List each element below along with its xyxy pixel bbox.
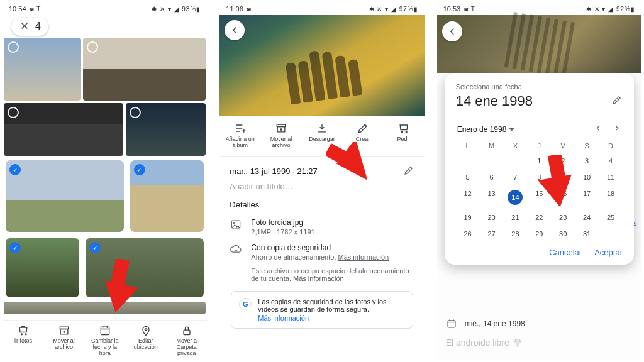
date-text: mar., 13 jul 1999 · 21:27 bbox=[230, 167, 317, 176]
accept-button[interactable]: Aceptar bbox=[594, 248, 623, 257]
calendar-day[interactable]: 30 bbox=[551, 226, 575, 241]
calendar-day[interactable]: 17 bbox=[575, 186, 599, 209]
calendar-day[interactable]: 20 bbox=[480, 210, 504, 225]
calendar-day[interactable]: 10 bbox=[575, 170, 599, 185]
calendar-day[interactable]: 3 bbox=[575, 153, 599, 168]
unchecked-icon bbox=[8, 107, 19, 118]
calendar-day[interactable]: 8 bbox=[527, 170, 551, 185]
weekday-header: X bbox=[503, 140, 527, 152]
calendar-day[interactable]: 29 bbox=[527, 226, 551, 241]
cancel-button[interactable]: Cancelar bbox=[549, 248, 582, 257]
action-download[interactable]: Descargar bbox=[304, 122, 340, 149]
svg-point-11 bbox=[234, 222, 235, 224]
meta-section: mar., 13 jul 1999 · 21:27 Añadir un títu… bbox=[219, 157, 424, 336]
calendar-day[interactable]: 1 bbox=[527, 153, 551, 168]
action-label: Añadir a un álbum bbox=[226, 136, 255, 149]
detail-backup: Con copia de seguridad Ahorro de almacen… bbox=[230, 239, 414, 286]
detail-file: Foto torcida.jpg 2,1MP · 1782 x 1191 bbox=[230, 214, 414, 239]
action-label: Cambiar la fecha y la hora bbox=[91, 338, 119, 357]
unchecked-icon bbox=[87, 41, 98, 53]
hero-photo[interactable] bbox=[219, 15, 424, 116]
action-create[interactable]: Crear bbox=[345, 122, 381, 149]
calendar-day[interactable]: 11 bbox=[599, 170, 623, 185]
svg-rect-4 bbox=[184, 330, 190, 335]
weekday-header: D bbox=[599, 140, 623, 152]
selection-pill: 4 bbox=[11, 18, 48, 36]
checked-icon: ✓ bbox=[89, 242, 101, 253]
calendar-day[interactable]: 15 bbox=[527, 186, 551, 209]
action-order[interactable]: Pedir bbox=[386, 122, 422, 149]
calendar-day[interactable]: 6 bbox=[480, 170, 504, 185]
month-label: Enero de 1998 bbox=[457, 125, 507, 134]
calendar-day[interactable]: 21 bbox=[503, 210, 527, 225]
photo-thumb[interactable]: ✓ bbox=[128, 158, 206, 234]
action-archive[interactable]: Mover al archivo bbox=[47, 324, 82, 357]
action-edit-location[interactable]: Editar ubicación bbox=[128, 324, 164, 357]
photo-thumb[interactable] bbox=[4, 302, 206, 314]
calendar-day[interactable]: 28 bbox=[503, 226, 527, 241]
calendar-day[interactable]: 26 bbox=[456, 226, 480, 241]
calendar-day[interactable]: 25 bbox=[599, 210, 623, 225]
calendar-day[interactable]: 18 bbox=[599, 186, 623, 209]
calendar-day[interactable]: 13 bbox=[480, 186, 504, 209]
dialog-label: Selecciona una fecha bbox=[456, 83, 623, 90]
next-month-button[interactable] bbox=[613, 124, 621, 134]
photo-thumb[interactable] bbox=[4, 103, 123, 156]
calendar-day[interactable]: 24 bbox=[575, 210, 599, 225]
month-selector[interactable]: Enero de 1998 bbox=[457, 125, 515, 134]
svg-rect-18 bbox=[516, 343, 519, 346]
svg-marker-16 bbox=[509, 128, 514, 131]
calendar-day[interactable]: 9 bbox=[551, 170, 575, 185]
photo-thumb[interactable] bbox=[83, 38, 206, 101]
photo-thumb[interactable]: ✓ bbox=[4, 158, 126, 234]
close-icon[interactable] bbox=[19, 20, 30, 33]
edit-date-icon[interactable] bbox=[611, 93, 623, 109]
info-link[interactable]: Más información bbox=[258, 314, 404, 322]
status-right-icons: ✱ ✕ ▾ ◢ 97%▮ bbox=[369, 6, 418, 13]
photo-actions: Añadir a un álbum Mover al archivo Desca… bbox=[219, 116, 424, 157]
action-private-folder[interactable]: Mover a Carpeta privada bbox=[169, 324, 204, 357]
below-date-text: mié., 14 ene 1998 bbox=[465, 319, 525, 328]
photo-thumb[interactable] bbox=[4, 38, 80, 101]
prev-month-button[interactable] bbox=[594, 124, 602, 134]
more-info-link[interactable]: Más información bbox=[338, 253, 389, 261]
checked-icon: ✓ bbox=[134, 164, 145, 175]
status-right-icons: ✱ ✕ ▾ ◢ 92%▮ bbox=[586, 6, 635, 13]
info-text: Las copias de seguridad de las fotos y l… bbox=[258, 298, 404, 313]
svg-rect-3 bbox=[101, 327, 109, 335]
edit-date-button[interactable] bbox=[403, 165, 414, 178]
back-button[interactable] bbox=[442, 21, 462, 41]
calendar-day[interactable]: 31 bbox=[575, 226, 599, 241]
checked-icon: ✓ bbox=[9, 164, 21, 175]
selected-date-display: 14 ene 1998 bbox=[456, 93, 533, 109]
calendar-day[interactable]: 27 bbox=[480, 226, 504, 241]
svg-point-8 bbox=[402, 131, 403, 133]
calendar-day[interactable]: 14 bbox=[503, 186, 527, 209]
action-label: Mover a Carpeta privada bbox=[177, 338, 197, 357]
statusbar: 10:54 ◙ T ⋯ ✱ ✕ ▾ ◢ 93%▮ bbox=[3, 3, 207, 15]
unchecked-icon bbox=[8, 41, 19, 53]
calendar-day[interactable]: 12 bbox=[456, 186, 480, 209]
action-archive[interactable]: Mover al archivo bbox=[263, 122, 299, 149]
action-label: Crear bbox=[356, 136, 370, 143]
title-input[interactable]: Añadir un título… bbox=[230, 182, 414, 191]
calendar-day[interactable]: 2 bbox=[551, 153, 575, 168]
calendar-grid: LMXJVSD123456789101112131415161718192021… bbox=[456, 140, 623, 241]
calendar-day[interactable]: 19 bbox=[456, 210, 480, 225]
calendar-day[interactable]: 4 bbox=[599, 153, 623, 168]
action-order[interactable]: lir fotos bbox=[6, 324, 41, 357]
calendar-day[interactable]: 7 bbox=[503, 170, 527, 185]
calendar-day[interactable]: 22 bbox=[527, 210, 551, 225]
photo-thumb[interactable]: ✓ bbox=[4, 236, 81, 299]
details-heading: Detalles bbox=[230, 200, 414, 209]
action-add-album[interactable]: Añadir a un álbum bbox=[222, 122, 258, 149]
photo-grid: ✓ ✓ ✓ ✓ bbox=[3, 38, 207, 320]
photo-thumb[interactable]: ✓ bbox=[84, 236, 206, 299]
photo-thumb[interactable] bbox=[126, 103, 206, 156]
action-change-date[interactable]: Cambiar la fecha y la hora bbox=[87, 324, 123, 357]
google-icon: G bbox=[239, 298, 252, 310]
calendar-day[interactable]: 23 bbox=[551, 210, 575, 225]
calendar-day[interactable]: 16 bbox=[551, 186, 575, 209]
calendar-day[interactable]: 5 bbox=[456, 170, 480, 185]
more-info-link[interactable]: Más información bbox=[293, 275, 344, 282]
